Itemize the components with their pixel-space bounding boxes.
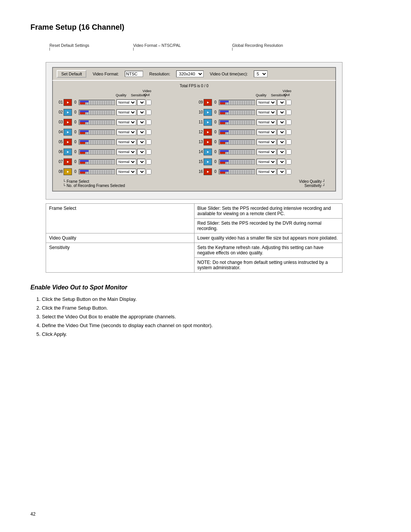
ch-vout-16[interactable]: [286, 169, 292, 174]
ch-slider-10[interactable]: [219, 110, 255, 115]
ch-slider-03[interactable]: [79, 120, 115, 125]
ch-slider-04[interactable]: [79, 129, 115, 135]
channel-row-07: 07▶0NormalHighLow123456789: [55, 157, 193, 166]
ch-icon-06: ▶: [64, 149, 72, 155]
annot-video-format: Video Format – NTSC/PAL: [133, 43, 181, 48]
ch-vout-13[interactable]: [286, 139, 292, 145]
ch-slider-07[interactable]: [79, 159, 115, 165]
ch-quality-03[interactable]: NormalHighLow: [116, 119, 136, 125]
ch-num-02: 02: [55, 110, 63, 114]
ch-vout-12[interactable]: [286, 129, 292, 135]
ch-vout-09[interactable]: [286, 100, 292, 105]
ch-vout-04[interactable]: [146, 129, 151, 135]
ch-sens-05[interactable]: 123456789: [137, 139, 145, 145]
ch-sens-04[interactable]: 123456789: [137, 129, 145, 135]
resolution-select[interactable]: 320x240 640x480: [176, 70, 204, 77]
ch-sens-01[interactable]: 123456789: [137, 99, 145, 105]
ch-quality-11[interactable]: NormalHighLow: [256, 119, 276, 125]
ch-slider-01[interactable]: [79, 100, 115, 105]
ch-num-09: 09: [195, 100, 203, 104]
ch-vout-11[interactable]: [286, 120, 292, 125]
channel-row-03: 03▶0NormalHighLow123456789: [55, 118, 193, 127]
ch-quality-06[interactable]: NormalHighLow: [116, 149, 136, 155]
ch-quality-14[interactable]: NormalHighLow: [256, 149, 276, 155]
ch-fps-08: 0: [73, 169, 78, 174]
ch-sens-11[interactable]: 123456789: [277, 119, 285, 125]
ch-sens-07[interactable]: 123456789: [137, 159, 145, 165]
ch-vout-02[interactable]: [146, 110, 151, 115]
ch-vout-01[interactable]: [146, 100, 151, 105]
ch-sens-13[interactable]: 123456789: [277, 139, 285, 145]
channel-row-11: 11▶0NormalHighLow123456789: [195, 118, 333, 127]
ch-vout-06[interactable]: [146, 149, 151, 155]
ch-slider-15[interactable]: [219, 159, 255, 165]
ch-sens-15[interactable]: 123456789: [277, 159, 285, 165]
video-format-input[interactable]: [125, 71, 143, 77]
page-number: 42: [30, 511, 35, 517]
ch-sens-03[interactable]: 123456789: [137, 119, 145, 125]
ch-slider-05[interactable]: [79, 139, 115, 145]
ch-slider-14[interactable]: [219, 149, 255, 155]
video-out-time-select[interactable]: 5 10 15 30: [254, 70, 268, 77]
step-5: Click Apply.: [42, 331, 381, 337]
ch-quality-04[interactable]: NormalHighLow: [116, 129, 136, 135]
ch-quality-05[interactable]: NormalHighLow: [116, 139, 136, 145]
ch-vout-15[interactable]: [286, 159, 292, 165]
ch-icon-01: ▶: [64, 99, 72, 106]
step-2: Click the Frame Setup Button.: [42, 305, 381, 311]
ch-slider-12[interactable]: [219, 129, 255, 135]
ch-quality-16[interactable]: NormalHighLow: [256, 169, 276, 175]
ch-icon-14: ▶: [204, 149, 212, 155]
channel-row-05: 05▶0NormalHighLow123456789: [55, 137, 193, 147]
ch-num-10: 10: [195, 110, 203, 114]
ch-quality-01[interactable]: NormalHighLow: [116, 99, 136, 105]
ch-slider-11[interactable]: [219, 120, 255, 125]
ch-slider-16[interactable]: [219, 169, 255, 174]
ch-quality-02[interactable]: NormalHighLow: [116, 109, 136, 115]
desc-term-video-quality: Video Quality: [46, 233, 194, 243]
steps-list: Click the Setup Button on the Main Displ…: [42, 296, 381, 337]
set-default-button[interactable]: Set Default: [57, 70, 86, 78]
ch-sens-08[interactable]: 123456789: [137, 169, 145, 175]
channel-row-16: 16▶0NormalHighLow123456789: [195, 167, 333, 176]
ch-vout-10[interactable]: [286, 110, 292, 115]
ch-sens-10[interactable]: 123456789: [277, 109, 285, 115]
ch-icon-11: ▶: [204, 119, 212, 126]
right-vout-header: VideoOut: [282, 89, 292, 97]
ch-vout-07[interactable]: [146, 159, 151, 165]
desc-term-frame-select: Frame Select: [46, 203, 194, 233]
ch-sens-14[interactable]: 123456789: [277, 149, 285, 155]
channels-columns: Quality Sensitivity VideoOut 01▶0NormalH…: [55, 89, 333, 177]
enable-section-title: Enable Video Out to Spot Monitor: [30, 284, 381, 291]
ch-quality-12[interactable]: NormalHighLow: [256, 129, 276, 135]
ch-vout-05[interactable]: [146, 139, 151, 145]
ch-sens-02[interactable]: 123456789: [137, 109, 145, 115]
ch-sens-12[interactable]: 123456789: [277, 129, 285, 135]
ch-sens-09[interactable]: 123456789: [277, 99, 285, 105]
ch-num-01: 01: [55, 100, 63, 104]
ch-quality-15[interactable]: NormalHighLow: [256, 159, 276, 165]
ch-vout-08[interactable]: [146, 169, 151, 174]
ch-slider-09[interactable]: [219, 100, 255, 105]
ch-quality-10[interactable]: NormalHighLow: [256, 109, 276, 115]
ch-slider-08[interactable]: [79, 169, 115, 174]
channel-row-15: 15▶0NormalHighLow123456789: [195, 157, 333, 166]
ch-quality-07[interactable]: NormalHighLow: [116, 159, 136, 165]
desc-line: Blue Slider: Sets the PPS recorded durin…: [194, 203, 342, 218]
ch-icon-03: ▶: [64, 119, 72, 126]
fps-header: Total FPS is 0 / 0: [55, 84, 333, 88]
ch-quality-09[interactable]: NormalHighLow: [256, 99, 276, 105]
description-table: Frame SelectBlue Slider: Sets the PPS re…: [46, 203, 342, 273]
ch-quality-13[interactable]: NormalHighLow: [256, 139, 276, 145]
ch-sens-16[interactable]: 123456789: [277, 169, 285, 175]
ch-slider-13[interactable]: [219, 139, 255, 145]
ch-num-08: 08: [55, 169, 63, 174]
ch-sens-06[interactable]: 123456789: [137, 149, 145, 155]
ch-vout-03[interactable]: [146, 120, 151, 125]
frame-select-annot: └ Frame Select: [63, 179, 125, 184]
ch-slider-06[interactable]: [79, 149, 115, 155]
ch-quality-08[interactable]: NormalHighLow: [116, 169, 136, 175]
ch-slider-02[interactable]: [79, 110, 115, 115]
ch-icon-12: ▶: [204, 129, 212, 136]
ch-vout-14[interactable]: [286, 149, 292, 155]
